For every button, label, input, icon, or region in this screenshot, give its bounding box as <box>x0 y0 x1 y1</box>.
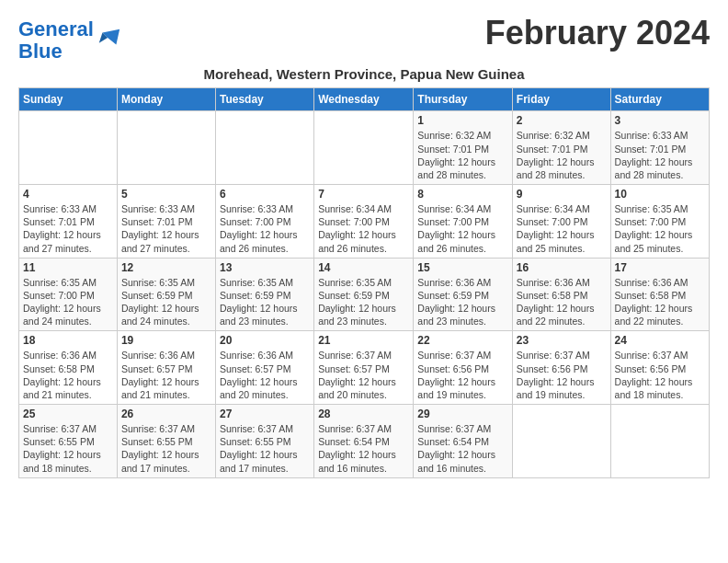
day-number: 19 <box>121 334 211 347</box>
day-number: 8 <box>417 188 508 201</box>
day-number: 25 <box>23 408 113 420</box>
logo-icon <box>96 26 121 52</box>
day-number: 14 <box>318 261 409 274</box>
day-info: Sunrise: 6:37 AM Sunset: 6:54 PM Dayligh… <box>417 422 508 475</box>
weekday-header: Saturday <box>610 88 709 111</box>
calendar-cell <box>19 111 118 185</box>
calendar-cell: 29Sunrise: 6:37 AM Sunset: 6:54 PM Dayli… <box>414 405 513 478</box>
logo-line1: General <box>18 17 94 40</box>
day-info: Sunrise: 6:33 AM Sunset: 7:00 PM Dayligh… <box>220 202 310 255</box>
day-number: 5 <box>121 188 211 201</box>
calendar-cell: 25Sunrise: 6:37 AM Sunset: 6:55 PM Dayli… <box>19 405 118 478</box>
day-info: Sunrise: 6:36 AM Sunset: 6:57 PM Dayligh… <box>220 349 310 401</box>
calendar-cell <box>314 111 414 185</box>
day-number: 11 <box>23 261 113 274</box>
day-info: Sunrise: 6:33 AM Sunset: 7:01 PM Dayligh… <box>615 129 705 181</box>
weekday-header: Sunday <box>19 88 118 111</box>
calendar-cell: 5Sunrise: 6:33 AM Sunset: 7:01 PM Daylig… <box>117 185 215 259</box>
calendar-cell: 9Sunrise: 6:34 AM Sunset: 7:00 PM Daylig… <box>512 185 610 259</box>
calendar-cell: 21Sunrise: 6:37 AM Sunset: 6:57 PM Dayli… <box>314 331 414 405</box>
calendar-cell: 6Sunrise: 6:33 AM Sunset: 7:00 PM Daylig… <box>215 185 313 259</box>
day-info: Sunrise: 6:37 AM Sunset: 6:56 PM Dayligh… <box>517 349 607 401</box>
day-number: 20 <box>220 334 310 347</box>
calendar-cell: 8Sunrise: 6:34 AM Sunset: 7:00 PM Daylig… <box>414 185 513 259</box>
day-info: Sunrise: 6:36 AM Sunset: 6:57 PM Dayligh… <box>121 349 211 401</box>
calendar-cell <box>610 405 709 478</box>
day-info: Sunrise: 6:37 AM Sunset: 6:54 PM Dayligh… <box>318 422 409 475</box>
day-info: Sunrise: 6:34 AM Sunset: 7:00 PM Dayligh… <box>417 202 508 255</box>
calendar-cell <box>512 405 610 478</box>
day-info: Sunrise: 6:32 AM Sunset: 7:01 PM Dayligh… <box>417 129 508 181</box>
day-info: Sunrise: 6:35 AM Sunset: 6:59 PM Dayligh… <box>121 276 211 328</box>
weekday-header: Monday <box>117 88 215 111</box>
calendar-cell <box>117 111 215 185</box>
day-info: Sunrise: 6:33 AM Sunset: 7:01 PM Dayligh… <box>121 202 211 255</box>
day-info: Sunrise: 6:34 AM Sunset: 7:00 PM Dayligh… <box>517 202 607 255</box>
calendar-cell: 7Sunrise: 6:34 AM Sunset: 7:00 PM Daylig… <box>314 185 414 259</box>
calendar-cell <box>215 111 313 185</box>
day-number: 1 <box>417 114 508 127</box>
calendar-cell: 17Sunrise: 6:36 AM Sunset: 6:58 PM Dayli… <box>610 258 709 331</box>
calendar-cell: 26Sunrise: 6:37 AM Sunset: 6:55 PM Dayli… <box>117 405 215 478</box>
day-info: Sunrise: 6:35 AM Sunset: 6:59 PM Dayligh… <box>318 276 409 328</box>
day-number: 18 <box>23 334 113 347</box>
day-info: Sunrise: 6:36 AM Sunset: 6:58 PM Dayligh… <box>517 276 607 328</box>
day-number: 16 <box>517 261 607 274</box>
day-number: 28 <box>318 408 409 420</box>
day-number: 27 <box>220 408 310 420</box>
logo: General Blue <box>18 18 121 63</box>
day-info: Sunrise: 6:32 AM Sunset: 7:01 PM Dayligh… <box>517 129 607 181</box>
calendar-cell: 22Sunrise: 6:37 AM Sunset: 6:56 PM Dayli… <box>414 331 513 405</box>
day-number: 21 <box>318 334 409 347</box>
day-number: 2 <box>517 114 607 127</box>
calendar-cell: 1Sunrise: 6:32 AM Sunset: 7:01 PM Daylig… <box>414 111 513 185</box>
calendar-cell: 11Sunrise: 6:35 AM Sunset: 7:00 PM Dayli… <box>19 258 118 331</box>
calendar-week-row: 4Sunrise: 6:33 AM Sunset: 7:01 PM Daylig… <box>19 185 710 259</box>
day-number: 9 <box>517 188 607 201</box>
day-info: Sunrise: 6:36 AM Sunset: 6:59 PM Dayligh… <box>417 276 508 328</box>
day-info: Sunrise: 6:36 AM Sunset: 6:58 PM Dayligh… <box>615 276 705 328</box>
day-number: 24 <box>615 334 705 347</box>
day-number: 12 <box>121 261 211 274</box>
header: General Blue February 2024 <box>18 15 710 63</box>
calendar-cell: 19Sunrise: 6:36 AM Sunset: 6:57 PM Dayli… <box>117 331 215 405</box>
day-number: 29 <box>417 408 508 420</box>
day-info: Sunrise: 6:33 AM Sunset: 7:01 PM Dayligh… <box>23 202 113 255</box>
day-number: 26 <box>121 408 211 420</box>
day-number: 7 <box>318 188 409 201</box>
calendar-cell: 13Sunrise: 6:35 AM Sunset: 6:59 PM Dayli… <box>215 258 313 331</box>
day-info: Sunrise: 6:35 AM Sunset: 6:59 PM Dayligh… <box>220 276 310 328</box>
calendar-cell: 27Sunrise: 6:37 AM Sunset: 6:55 PM Dayli… <box>215 405 313 478</box>
weekday-header: Wednesday <box>314 88 414 111</box>
weekday-header-row: SundayMondayTuesdayWednesdayThursdayFrid… <box>19 88 710 111</box>
weekday-header: Thursday <box>414 88 513 111</box>
calendar-cell: 18Sunrise: 6:36 AM Sunset: 6:58 PM Dayli… <box>19 331 118 405</box>
day-number: 4 <box>23 188 113 201</box>
weekday-header: Friday <box>512 88 610 111</box>
calendar-cell: 14Sunrise: 6:35 AM Sunset: 6:59 PM Dayli… <box>314 258 414 331</box>
calendar-cell: 12Sunrise: 6:35 AM Sunset: 6:59 PM Dayli… <box>117 258 215 331</box>
calendar-cell: 23Sunrise: 6:37 AM Sunset: 6:56 PM Dayli… <box>512 331 610 405</box>
day-info: Sunrise: 6:35 AM Sunset: 7:00 PM Dayligh… <box>23 276 113 328</box>
calendar-cell: 2Sunrise: 6:32 AM Sunset: 7:01 PM Daylig… <box>512 111 610 185</box>
day-number: 6 <box>220 188 310 201</box>
day-number: 3 <box>615 114 705 127</box>
calendar-week-row: 25Sunrise: 6:37 AM Sunset: 6:55 PM Dayli… <box>19 405 710 478</box>
day-info: Sunrise: 6:37 AM Sunset: 6:55 PM Dayligh… <box>121 422 211 475</box>
calendar-cell: 3Sunrise: 6:33 AM Sunset: 7:01 PM Daylig… <box>610 111 709 185</box>
calendar-week-row: 1Sunrise: 6:32 AM Sunset: 7:01 PM Daylig… <box>19 111 710 185</box>
subtitle: Morehead, Western Province, Papua New Gu… <box>18 66 710 82</box>
day-info: Sunrise: 6:36 AM Sunset: 6:58 PM Dayligh… <box>23 349 113 401</box>
day-info: Sunrise: 6:37 AM Sunset: 6:55 PM Dayligh… <box>23 422 113 475</box>
calendar-table: SundayMondayTuesdayWednesdayThursdayFrid… <box>18 87 710 477</box>
weekday-header: Tuesday <box>215 88 313 111</box>
calendar-week-row: 18Sunrise: 6:36 AM Sunset: 6:58 PM Dayli… <box>19 331 710 405</box>
day-number: 10 <box>615 188 705 201</box>
day-info: Sunrise: 6:34 AM Sunset: 7:00 PM Dayligh… <box>318 202 409 255</box>
day-info: Sunrise: 6:37 AM Sunset: 6:57 PM Dayligh… <box>318 349 409 401</box>
day-info: Sunrise: 6:35 AM Sunset: 7:00 PM Dayligh… <box>615 202 705 255</box>
day-number: 15 <box>417 261 508 274</box>
calendar-week-row: 11Sunrise: 6:35 AM Sunset: 7:00 PM Dayli… <box>19 258 710 331</box>
calendar-cell: 24Sunrise: 6:37 AM Sunset: 6:56 PM Dayli… <box>610 331 709 405</box>
month-title: February 2024 <box>485 15 710 52</box>
